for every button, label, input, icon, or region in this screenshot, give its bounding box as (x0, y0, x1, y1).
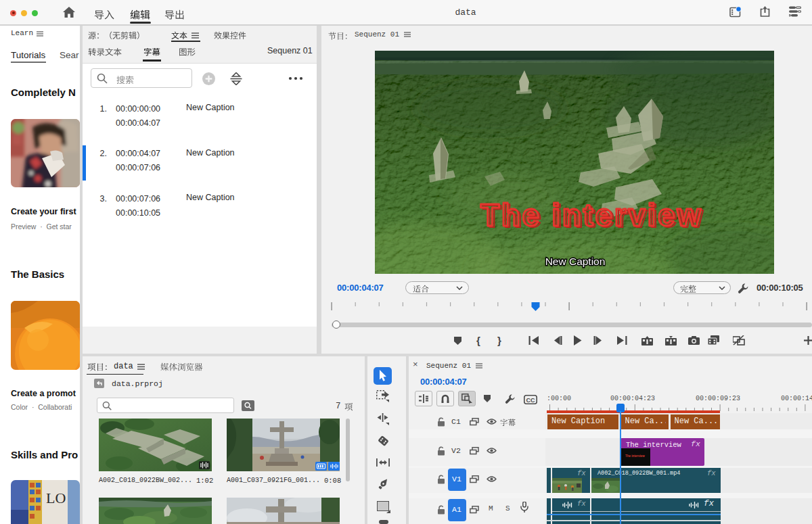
svg-text:CC: CC (526, 397, 535, 404)
svg-text:LO: LO (46, 490, 66, 506)
svg-text:New Caption: New Caption (545, 256, 606, 267)
svg-text:The interview: The interview (480, 197, 701, 233)
